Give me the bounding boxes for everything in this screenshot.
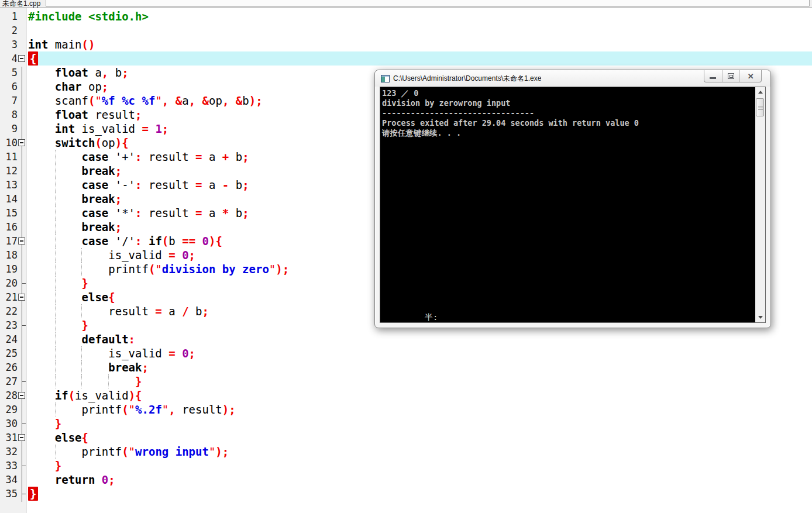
- line-number: 30: [0, 417, 18, 430]
- code-line[interactable]: 28 if(is_valid){: [0, 388, 812, 402]
- console-scrollbar[interactable]: [755, 87, 765, 322]
- line-number: 4: [0, 52, 18, 65]
- code-line[interactable]: 34 return 0;: [0, 473, 812, 487]
- line-number: 18: [0, 249, 18, 261]
- code-line[interactable]: 2: [0, 23, 812, 37]
- code-text: case '-': result = a - b;: [28, 178, 249, 192]
- code-text: }: [28, 459, 61, 473]
- line-number: 13: [0, 178, 18, 191]
- line-number: 6: [0, 80, 18, 93]
- line-number: 25: [0, 347, 18, 360]
- console-line: division by zerowrong input: [382, 98, 639, 108]
- line-number: 3: [0, 38, 18, 51]
- code-text: float a, b;: [28, 66, 129, 80]
- code-text: if(is_valid){: [28, 388, 142, 402]
- code-line[interactable]: 26 break;: [0, 360, 812, 374]
- code-line[interactable]: 24 default:: [0, 332, 812, 346]
- code-line[interactable]: 35}: [0, 487, 812, 501]
- code-text: is_valid = 0;: [28, 346, 195, 360]
- code-line[interactable]: 32 printf("wrong input");: [0, 445, 812, 459]
- fold-end-mark: [22, 381, 26, 382]
- line-number: 20: [0, 277, 18, 290]
- scrollbar-thumb[interactable]: [756, 98, 764, 116]
- code-text: else{: [28, 431, 88, 445]
- fold-toggle-icon[interactable]: [18, 294, 25, 301]
- code-text: is_valid = 0;: [28, 248, 195, 262]
- code-text: case '*': result = a * b;: [28, 206, 249, 220]
- arrow-down-icon: [758, 316, 763, 319]
- code-text: default:: [28, 332, 135, 346]
- code-text: }: [28, 487, 38, 501]
- console-app-icon: [381, 75, 390, 82]
- code-text: int is_valid = 1;: [28, 122, 168, 136]
- line-number: 26: [0, 361, 18, 374]
- code-text: result = a / b;: [28, 304, 209, 318]
- code-line[interactable]: 4{: [0, 51, 812, 66]
- code-text: break;: [28, 220, 122, 234]
- code-text: return 0;: [28, 473, 115, 487]
- fold-end-mark: [22, 325, 26, 326]
- line-number: 16: [0, 221, 18, 233]
- fold-end-mark: [22, 466, 26, 466]
- line-number: 32: [0, 445, 18, 458]
- console-line: Process exited after 29.04 seconds with …: [382, 118, 639, 128]
- console-line: 123 ／ 0: [382, 88, 639, 98]
- code-text: else{: [28, 290, 115, 304]
- line-number: 21: [0, 291, 18, 304]
- fold-toggle-icon[interactable]: [18, 392, 25, 399]
- thumb-grip: [758, 106, 763, 106]
- code-text: printf("wrong input");: [28, 445, 229, 459]
- line-number: 35: [0, 487, 18, 500]
- fold-end-mark: [22, 283, 26, 284]
- code-text: }: [28, 318, 88, 332]
- console-window[interactable]: C:\Users\Administrator\Documents\未命名1.ex…: [374, 70, 771, 328]
- code-text: case '+': result = a + b;: [28, 150, 249, 164]
- close-button[interactable]: ✕: [739, 70, 761, 82]
- line-number: 5: [0, 66, 18, 79]
- line-number: 29: [0, 403, 18, 416]
- code-text: char op;: [28, 80, 108, 94]
- code-text: }: [28, 276, 88, 290]
- code-text: int main(): [28, 37, 95, 51]
- code-line[interactable]: 30 }: [0, 416, 812, 431]
- scroll-down-button[interactable]: [755, 312, 765, 322]
- console-line: 请按任意键继续. . .: [382, 128, 639, 138]
- code-line[interactable]: 29 printf("%.2f", result);: [0, 402, 812, 416]
- fold-toggle-icon[interactable]: [18, 139, 25, 146]
- code-line[interactable]: 31 else{: [0, 431, 812, 445]
- tab-untitled1[interactable]: 未命名1.cpp: [2, 0, 40, 9]
- minimize-button[interactable]: [704, 70, 722, 82]
- fold-toggle-icon[interactable]: [18, 434, 25, 441]
- line-number: 19: [0, 263, 18, 276]
- console-line: --------------------------------: [382, 108, 639, 118]
- minimize-icon: [710, 77, 716, 79]
- fold-toggle-icon[interactable]: [18, 237, 25, 245]
- line-number: 1: [0, 10, 18, 23]
- code-text: }: [28, 374, 142, 388]
- code-text: case '/': if(b == 0){: [28, 234, 222, 248]
- fold-end-mark: [22, 424, 26, 424]
- maximize-icon: [728, 73, 734, 79]
- scroll-up-button[interactable]: [755, 87, 765, 97]
- line-number: 7: [0, 94, 18, 107]
- code-line[interactable]: 1#include <stdio.h>: [0, 9, 812, 23]
- line-number: 31: [0, 431, 18, 444]
- code-line[interactable]: 25 is_valid = 0;: [0, 346, 812, 360]
- line-number: 24: [0, 333, 18, 346]
- code-line[interactable]: 33 }: [0, 459, 812, 473]
- line-number: 17: [0, 235, 18, 247]
- line-number: 8: [0, 108, 18, 121]
- line-number: 14: [0, 192, 18, 205]
- code-text: printf("division by zero");: [28, 262, 289, 276]
- line-number: 12: [0, 164, 18, 177]
- console-output-area[interactable]: 123 ／ 0division by zerowrong input------…: [380, 87, 766, 323]
- code-line[interactable]: 27 }: [0, 374, 812, 388]
- code-line[interactable]: 3int main(): [0, 37, 812, 51]
- code-text: }: [28, 416, 61, 431]
- close-icon: ✕: [748, 73, 754, 80]
- code-text: break;: [28, 192, 122, 206]
- fold-toggle-icon[interactable]: [18, 55, 25, 62]
- line-number: 15: [0, 206, 18, 219]
- maximize-button[interactable]: [722, 70, 740, 82]
- line-number: 23: [0, 319, 18, 332]
